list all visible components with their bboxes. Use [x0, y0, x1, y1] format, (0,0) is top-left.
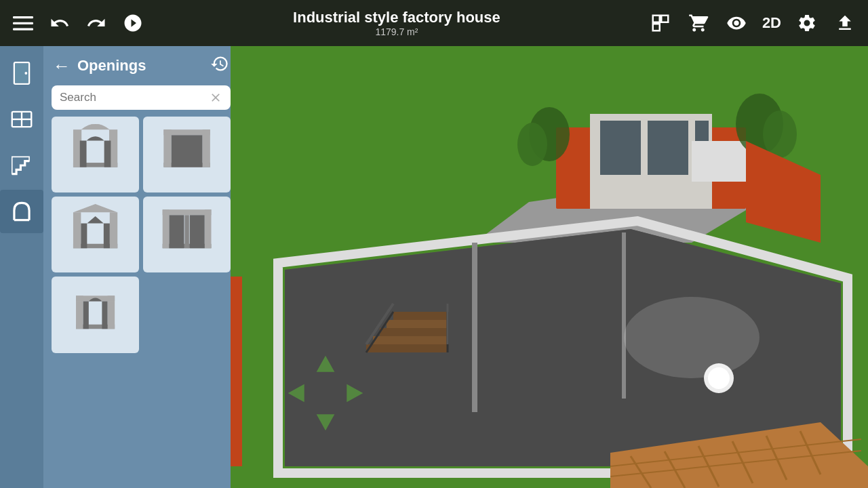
svg-rect-65: [393, 312, 448, 320]
opening-item-4[interactable]: [143, 197, 231, 272]
svg-rect-34: [184, 216, 189, 249]
svg-rect-5: [653, 24, 660, 30]
svg-point-50: [517, 123, 547, 166]
nav-down-button[interactable]: [313, 409, 338, 434]
nav-right-button[interactable]: [342, 381, 366, 405]
svg-rect-63: [380, 328, 448, 336]
opening-item-2[interactable]: [143, 117, 231, 192]
search-input[interactable]: [60, 91, 203, 104]
panel-header: ← Openings: [43, 46, 239, 83]
redo-button[interactable]: [84, 11, 108, 35]
sidebar-icons: [0, 46, 43, 488]
svg-rect-3: [653, 16, 660, 22]
search-bar: [52, 85, 231, 110]
sidebar-window-button[interactable]: [0, 98, 43, 141]
opening-item-3[interactable]: [52, 197, 139, 272]
search-clear-button[interactable]: [209, 91, 222, 104]
top-toolbar: Industrial style factory house 1179.7 m²…: [0, 0, 868, 46]
opening-item-1[interactable]: [52, 117, 139, 192]
svg-marker-83: [317, 414, 335, 430]
svg-point-71: [708, 367, 730, 389]
svg-marker-85: [347, 384, 363, 403]
left-panel: ← Openings: [0, 46, 231, 488]
toolbar-left: [11, 11, 145, 35]
svg-rect-61: [366, 344, 448, 352]
floorplan-button[interactable]: [648, 11, 673, 35]
eye-button[interactable]: [724, 11, 749, 35]
menu-button[interactable]: [11, 11, 35, 35]
svg-rect-24: [73, 213, 81, 249]
back-button[interactable]: ←: [53, 56, 71, 77]
panel-title: Openings: [77, 57, 146, 75]
svg-rect-40: [102, 301, 107, 329]
sidebar-stair-button[interactable]: [0, 144, 43, 187]
svg-rect-31: [163, 210, 212, 216]
history-button[interactable]: [210, 54, 229, 77]
svg-rect-2: [13, 28, 33, 30]
svg-point-52: [763, 110, 797, 158]
svg-rect-27: [104, 224, 110, 249]
undo-button[interactable]: [47, 11, 72, 35]
opening-item-5[interactable]: [52, 277, 139, 352]
sidebar-arch-button[interactable]: [0, 190, 43, 233]
svg-rect-48: [692, 141, 746, 182]
svg-rect-0: [13, 16, 33, 18]
project-area: 1179.7 m²: [145, 26, 648, 37]
navigation-arrows: [285, 352, 366, 434]
cart-button[interactable]: [686, 11, 711, 35]
svg-marker-82: [317, 356, 335, 372]
panel-header-left: ← Openings: [53, 56, 146, 77]
svg-rect-4: [661, 16, 668, 22]
upload-button[interactable]: [833, 11, 857, 35]
svg-rect-32: [169, 216, 184, 249]
svg-rect-1: [13, 22, 33, 24]
svg-marker-84: [288, 384, 304, 403]
svg-rect-29: [163, 210, 170, 249]
svg-rect-64: [387, 320, 448, 328]
3d-viewport[interactable]: [231, 46, 868, 488]
nav-up-button[interactable]: [313, 352, 338, 377]
svg-rect-25: [110, 213, 117, 249]
svg-rect-62: [373, 336, 448, 344]
view-2d-button[interactable]: 2D: [762, 14, 781, 32]
svg-rect-20: [202, 129, 210, 167]
svg-rect-30: [205, 210, 212, 249]
project-title: Industrial style factory house: [145, 9, 648, 26]
svg-point-8: [24, 72, 27, 75]
svg-rect-22: [172, 136, 203, 167]
svg-rect-21: [163, 129, 210, 135]
toolbar-center: Industrial style factory house 1179.7 m²: [145, 9, 648, 37]
svg-rect-19: [163, 129, 171, 167]
svg-rect-17: [104, 141, 111, 167]
openings-grid: [43, 117, 239, 360]
svg-point-60: [624, 297, 760, 378]
settings-button[interactable]: [795, 11, 819, 35]
sidebar-door-button[interactable]: [0, 52, 43, 95]
nav-left-button[interactable]: [285, 381, 309, 405]
svg-rect-16: [80, 141, 87, 167]
svg-rect-39: [83, 301, 89, 329]
snap-button[interactable]: [121, 11, 145, 35]
panel-content: ← Openings: [43, 46, 239, 488]
toolbar-right: 2D: [648, 11, 857, 35]
svg-rect-26: [81, 224, 87, 249]
svg-rect-46: [648, 121, 688, 175]
svg-rect-45: [600, 121, 641, 175]
svg-rect-33: [190, 216, 205, 249]
